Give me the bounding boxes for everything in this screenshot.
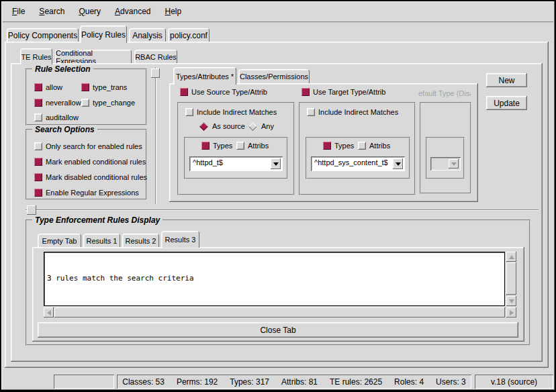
chevron-down-icon [396, 162, 401, 166]
checkbox-type-change[interactable]: type_change [81, 99, 135, 107]
tab-te-rules[interactable]: TE Rules [20, 48, 52, 64]
checkbox-indicator [180, 88, 188, 96]
source-frame: Include Indirect Matches As source Any T… [177, 102, 295, 195]
checkbox-source-indirect[interactable]: Include Indirect Matches [185, 108, 277, 116]
checkbox-label: Only search for enabled rules [46, 142, 142, 150]
vertical-scrollbar-thumb[interactable] [506, 262, 516, 295]
checkbox-target-indirect[interactable]: Include Indirect Matches [307, 108, 398, 116]
chevron-down-icon [451, 162, 457, 166]
checkbox-label: Include Indirect Matches [197, 108, 277, 116]
tab-policy-components[interactable]: Policy Components [7, 28, 79, 42]
tab-conditional-expressions[interactable]: Conditional Expressions [55, 50, 132, 64]
arrow-down-icon [509, 299, 514, 303]
tab-label: policy.conf [170, 31, 207, 40]
te-rules-display-groupbox: Type Enforcement Rules Display Empty Tab… [26, 219, 530, 346]
checkbox-only-enabled-rules[interactable]: Only search for enabled rules [34, 142, 142, 150]
tab-results-1[interactable]: Results 1 [83, 234, 120, 247]
checkbox-indicator [81, 99, 89, 107]
tab-rbac-rules[interactable]: RBAC Rules [134, 50, 177, 64]
checkbox-source-attribs[interactable]: Attribs [236, 142, 269, 150]
checkbox-mark-disabled-conditional[interactable]: Mark disabled conditional rules [34, 173, 147, 181]
tab-classes-permissions[interactable]: Classes/Permissions [238, 69, 310, 83]
checkbox-indicator [236, 142, 244, 150]
checkbox-indicator [302, 88, 310, 96]
source-types-frame: Types Attribs ^httpd_t$ [184, 137, 288, 179]
menu-help[interactable]: Help [162, 5, 184, 17]
tab-label: TE Rules [21, 53, 51, 61]
status-stats-box: Classes: 53 Perms: 192 Types: 317 Attrib… [117, 375, 471, 389]
status-empty-box [54, 375, 114, 389]
checkbox-indicator [201, 142, 210, 150]
radio-any[interactable]: Any [248, 122, 274, 130]
default-type-frame [420, 102, 471, 194]
checkbox-label: Mark enabled conditional rules [46, 158, 146, 166]
checkbox-source-types[interactable]: Types [201, 142, 232, 150]
scroll-down-button[interactable] [506, 296, 516, 306]
checkbox-label: type_trans [93, 83, 127, 91]
checkbox-type-trans[interactable]: type_trans [81, 83, 127, 91]
checkbox-mark-enabled-conditional[interactable]: Mark enabled conditional rules [34, 158, 146, 166]
combobox-dropdown-button[interactable] [271, 158, 281, 169]
te-rules-display-title: Type Enforcement Rules Display [32, 215, 163, 225]
tab-empty-tab[interactable]: Empty Tab [38, 234, 81, 247]
search-options-title: Search Options [32, 125, 97, 134]
checkbox-label: Types [334, 142, 354, 150]
horizontal-sash-handle[interactable] [27, 205, 36, 215]
source-type-combobox[interactable]: ^httpd_t$ [189, 156, 283, 171]
radio-as-source[interactable]: As source [199, 122, 245, 130]
tab-policy-rules[interactable]: Policy Rules [80, 26, 127, 43]
close-tab-button[interactable]: Close Tab [38, 322, 518, 338]
checkbox-use-target-type[interactable]: Use Target Type/Attrib [302, 88, 385, 96]
checkbox-indicator [81, 83, 89, 91]
combobox-dropdown-button[interactable] [393, 158, 403, 169]
tab-types-attributes[interactable]: Types/Attributes * [173, 67, 236, 85]
radio-label: Any [261, 122, 274, 130]
checkbox-indicator [34, 83, 42, 91]
tab-policy-conf[interactable]: policy.conf [168, 28, 210, 42]
update-button[interactable]: Update [486, 96, 527, 110]
checkbox-label: Use Target Type/Attrib [313, 88, 385, 96]
menu-advanced[interactable]: Advanced [112, 5, 153, 17]
chevron-down-icon [273, 162, 279, 166]
arrow-right-icon [510, 310, 514, 315]
tab-label: Results 2 [126, 237, 156, 245]
checkbox-neverallow[interactable]: neverallow [34, 99, 81, 107]
tab-results-2[interactable]: Results 2 [122, 234, 159, 247]
combobox-value: ^httpd_sys_content_t$ [314, 158, 391, 166]
horizontal-scrollbar[interactable] [44, 307, 516, 317]
checkbox-enable-regex[interactable]: Enable Regular Expressions [34, 189, 139, 197]
scroll-up-button[interactable] [506, 252, 516, 262]
default-type-combobox [430, 157, 461, 170]
tab-analysis[interactable]: Analysis [129, 28, 166, 42]
results-panel: 3 rules match the search criteria (5822)… [32, 247, 524, 342]
menu-search[interactable]: Search [36, 5, 67, 17]
checkbox-target-attribs[interactable]: Attribs [358, 142, 390, 150]
checkbox-label: Attribs [369, 142, 390, 150]
tab-label: Policy Rules [81, 30, 126, 40]
results-textarea[interactable]: 3 rules match the search criteria (5822)… [44, 252, 505, 306]
horizontal-scrollbar-thumb[interactable] [54, 307, 505, 317]
checkbox-use-source-type[interactable]: Use Source Type/Attrib [180, 88, 267, 96]
scroll-right-button[interactable] [506, 307, 516, 317]
checkbox-allow[interactable]: allow [34, 83, 62, 91]
tab-label: Results 3 [165, 236, 196, 244]
tab-label: Results 1 [87, 237, 118, 245]
menu-file[interactable]: File [9, 5, 28, 17]
target-type-combobox[interactable]: ^httpd_sys_content_t$ [311, 156, 405, 171]
vertical-scrollbar[interactable] [506, 252, 516, 306]
status-version-box: v.18 (source) [475, 375, 553, 389]
tab-results-3[interactable]: Results 3 [161, 231, 199, 248]
app-window: File Search Query Advanced Help Policy C… [0, 0, 556, 392]
vertical-sash-handle[interactable] [151, 68, 160, 78]
checkbox-target-types[interactable]: Types [323, 142, 354, 150]
radio-indicator [248, 122, 257, 131]
new-button[interactable]: New [486, 73, 527, 87]
scroll-left-button[interactable] [44, 307, 54, 317]
menu-bar: File Search Query Advanced Help [3, 1, 553, 23]
status-types: Types: 317 [230, 377, 269, 387]
combobox-value: ^httpd_t$ [193, 158, 269, 166]
search-options-groupbox: Search Options Only search for enabled r… [26, 129, 147, 200]
checkbox-auditallow[interactable]: auditallow [34, 113, 79, 121]
button-label: New [498, 76, 514, 85]
menu-query[interactable]: Query [76, 5, 103, 17]
